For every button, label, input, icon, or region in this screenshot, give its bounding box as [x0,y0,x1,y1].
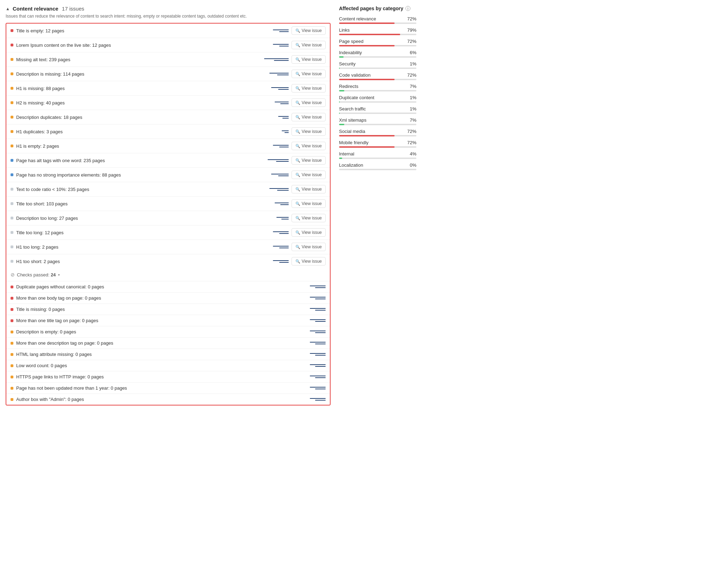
passed-issue-label: More than one title tag on page: 0 pages [16,318,257,323]
view-issue-button[interactable]: 🔍View issue [292,228,326,237]
issue-label: Lorem Ipsum content on the live site: 12… [16,43,258,48]
view-issue-button[interactable]: 🔍View issue [292,26,326,35]
search-icon: 🔍 [295,173,300,177]
progress-bar-track [339,101,416,103]
passed-issue-bar [298,387,326,389]
search-icon: 🔍 [295,187,300,192]
issue-label: H1 is empty: 2 pages [16,143,258,149]
issue-label: Title is empty: 12 pages [16,28,258,33]
progress-bar-fill [339,79,395,80]
passed-issue-bar [298,364,326,367]
issue-label: Title too short: 103 pages [16,201,258,206]
issue-row: Lorem Ipsum content on the live site: 12… [6,38,330,52]
section-header[interactable]: ▲ Content relevance 17 issues [6,6,331,12]
severity-indicator [11,72,13,75]
category-row: Content relevance72% [339,16,416,24]
passed-issue-row: More than one description tag on page: 0… [6,338,330,349]
passed-issue-label: Description is empty: 0 pages [16,329,257,334]
progress-bar-fill [339,56,344,58]
search-icon: 🔍 [295,144,300,148]
checks-passed-label: Checks passed: 24 [17,272,56,277]
view-issue-button[interactable]: 🔍View issue [292,113,326,121]
issue-row: Description is missing: 114 pages🔍View i… [6,67,330,81]
severity-indicator [11,130,13,133]
category-name: Indexability [339,50,362,55]
issue-bar [261,116,289,119]
issue-label: H1 is missing: 88 pages [16,86,258,91]
view-issue-button[interactable]: 🔍View issue [292,199,326,208]
view-issue-button[interactable]: 🔍View issue [292,41,326,49]
progress-bar-track [339,34,416,35]
severity-indicator [11,342,13,345]
severity-indicator [11,173,13,176]
view-issue-button[interactable]: 🔍View issue [292,142,326,150]
progress-bar-track [339,158,416,159]
issue-row: Title too long: 12 pages🔍View issue [6,225,330,240]
search-icon: 🔍 [295,230,300,235]
severity-indicator [11,398,13,401]
category-row: Page speed72% [339,39,416,46]
passed-issue-row: More than one body tag on page: 0 pages [6,293,330,304]
category-row: Indexability6% [339,50,416,58]
sidebar-title: Affected pages by category i [339,6,416,11]
view-issue-button[interactable]: 🔍View issue [292,98,326,107]
issue-bar [261,260,289,263]
view-issue-button[interactable]: 🔍View issue [292,214,326,222]
passed-issue-row: Page has not been updated more than 1 ye… [6,383,330,394]
issue-label: Text to code ratio < 10%: 235 pages [16,187,258,192]
view-issue-button[interactable]: 🔍View issue [292,171,326,179]
search-icon: 🔍 [295,43,300,47]
severity-indicator [11,58,13,61]
category-name: Links [339,27,350,33]
checks-passed-row[interactable]: ⊘ Checks passed: 24 ▾ [6,268,330,281]
issue-bar [261,130,289,133]
progress-bar-track [339,68,416,69]
view-issue-button[interactable]: 🔍View issue [292,156,326,165]
category-row: Security1% [339,61,416,69]
issue-label: Page has no strong importance elements: … [16,172,258,178]
search-icon: 🔍 [295,158,300,163]
search-icon: 🔍 [295,57,300,62]
category-row: Xml sitemaps7% [339,117,416,125]
category-name: Redirects [339,84,358,89]
progress-bar-track [339,146,416,148]
passed-issue-bar [298,376,326,378]
issue-label: H1 too long: 2 pages [16,244,258,250]
passed-issue-bar [298,319,326,322]
check-circle-icon: ⊘ [11,272,15,277]
category-name: Internal [339,151,354,156]
view-issue-button[interactable]: 🔍View issue [292,70,326,78]
passed-issue-row: Author box with "Admin": 0 pages [6,394,330,405]
view-issue-button[interactable]: 🔍View issue [292,257,326,266]
category-name: Duplicate content [339,95,374,100]
passed-issue-bar [298,308,326,311]
category-name: Localization [339,162,363,168]
issue-row: H1 duplicates: 3 pages🔍View issue [6,124,330,139]
issue-row: H1 is empty: 2 pages🔍View issue [6,139,330,153]
issue-row: Page has alt tags with one word: 235 pag… [6,153,330,168]
category-row: Redirects7% [339,84,416,91]
view-issue-button[interactable]: 🔍View issue [292,243,326,251]
info-icon[interactable]: i [405,6,410,11]
severity-indicator [11,308,13,311]
category-percentage: 79% [407,27,416,33]
issue-bar [261,174,289,176]
issue-bar [261,231,289,234]
section-subtitle: Issues that can reduce the relevance of … [6,14,331,19]
category-percentage: 72% [407,16,416,21]
severity-indicator [11,297,13,300]
category-row: Mobile friendly72% [339,140,416,148]
dropdown-arrow-icon: ▾ [58,273,60,277]
view-issue-button[interactable]: 🔍View issue [292,185,326,193]
view-issue-button[interactable]: 🔍View issue [292,127,326,136]
issue-row: Description too long: 27 pages🔍View issu… [6,211,330,225]
view-issue-button[interactable]: 🔍View issue [292,55,326,64]
issue-bar [261,203,289,205]
search-icon: 🔍 [295,86,300,91]
issue-label: Title too long: 12 pages [16,230,258,235]
severity-indicator [11,145,13,147]
section-title: Content relevance 17 issues [13,6,84,12]
search-icon: 🔍 [295,115,300,120]
issue-row: H2 is missing: 40 pages🔍View issue [6,96,330,110]
view-issue-button[interactable]: 🔍View issue [292,84,326,92]
